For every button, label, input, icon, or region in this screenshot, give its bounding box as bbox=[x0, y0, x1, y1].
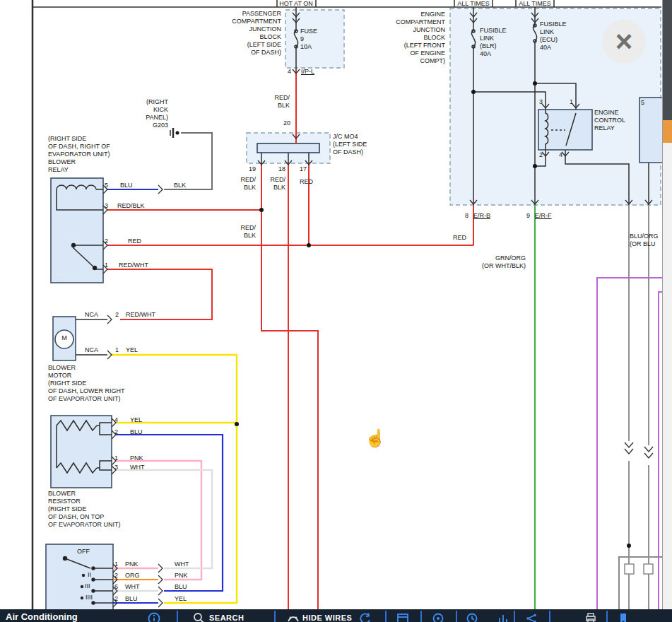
jc-mo4-label: J/C MO4 (LEFT SIDE OF DASH) bbox=[333, 133, 367, 156]
ecr-pin-3: 3 bbox=[536, 98, 543, 106]
scrollbar[interactable] bbox=[662, 0, 672, 622]
switch-pos-iii: III bbox=[85, 582, 90, 590]
record-circle-icon[interactable] bbox=[431, 611, 445, 622]
wire-label-blu: BLU bbox=[120, 182, 133, 189]
switch-stub-blu: BLU bbox=[125, 595, 138, 603]
circuit-ipl-label: I/P-L bbox=[301, 68, 314, 76]
engine-junction-label: ENGINE COMPARTMENT JUNCTION BLOCK (LEFT … bbox=[379, 11, 445, 65]
resistor-pin-4: 4 bbox=[114, 416, 118, 424]
blower-relay-label: (RIGHT SIDE OF DASH, RIGHT OF EVAPORATOR… bbox=[48, 135, 110, 174]
toolbar-divider bbox=[177, 611, 178, 622]
circuit-erf-label: E/R-F bbox=[535, 212, 552, 220]
fuse-9-label: FUSE 9 10A bbox=[300, 28, 317, 51]
print-icon[interactable] bbox=[584, 611, 598, 622]
switch-pin-2: 2 bbox=[114, 572, 118, 580]
ecr-pin-4: 4 bbox=[555, 151, 562, 159]
pin-17-label: 17 bbox=[298, 165, 307, 173]
power-label-hot-at-on: HOT AT ON bbox=[274, 0, 318, 8]
pin-19-label: 19 bbox=[244, 165, 256, 173]
share-icon[interactable] bbox=[524, 611, 538, 622]
switch-off-label: OFF bbox=[77, 548, 90, 556]
wire-black-to-ground bbox=[164, 133, 212, 189]
toolbar-divider bbox=[549, 611, 550, 622]
diagram-canvas bbox=[0, 0, 672, 622]
wire-label-redblk-18: RED/ BLK bbox=[267, 176, 285, 192]
resistor-pin-2: 2 bbox=[114, 428, 118, 436]
pin-9-label: 9 bbox=[523, 212, 530, 220]
wires-gray bbox=[629, 205, 649, 557]
ecr-pin-2: 2 bbox=[536, 151, 543, 159]
motor-pin-2: 2 bbox=[115, 311, 119, 319]
switch-pos-ii: II bbox=[88, 571, 91, 579]
scrollbar-thumb[interactable] bbox=[663, 120, 672, 143]
pin-8-label: 8 bbox=[461, 212, 468, 220]
wire-label-redblk-below: RED/ BLK bbox=[232, 224, 256, 240]
wire-label-redblk-top: RED/ BLK bbox=[260, 94, 290, 110]
toolbar-divider bbox=[456, 611, 457, 622]
bookmark-icon[interactable] bbox=[616, 611, 630, 622]
window-icon[interactable] bbox=[396, 611, 410, 622]
wiring-diagram-viewer[interactable]: HOT AT ON ALL TIMES ALL TIMES PASSENGER … bbox=[0, 0, 672, 622]
toolbar-divider bbox=[606, 611, 608, 622]
wire-label-blu-resistor: BLU bbox=[130, 428, 143, 436]
info-icon[interactable] bbox=[147, 611, 161, 622]
pin-4-label: 4 bbox=[283, 68, 291, 76]
fusible-link-blr-label: FUSIBLE LINK (BLR) 40A bbox=[480, 27, 507, 58]
undo-icon[interactable] bbox=[358, 611, 372, 622]
wire-label-wht-switch: WHT bbox=[175, 561, 189, 568]
power-label-all-times-2: ALL TIMES bbox=[516, 0, 554, 8]
switch-stub-org: ORG bbox=[125, 572, 140, 580]
wire-label-red-mid: RED bbox=[453, 234, 466, 242]
fusible-link-ecu-label: FUSIBLE LINK (ECU) 40A bbox=[540, 20, 567, 52]
ground-g203-symbol bbox=[170, 128, 179, 138]
blower-motor-label: BLOWER MOTOR (RIGHT SIDE OF DASH, LOWER … bbox=[48, 364, 125, 403]
wire-label-yel-motor: YEL bbox=[126, 346, 138, 354]
bottom-toolbar: Air Conditioning SEARCH HIDE WIRES bbox=[0, 609, 672, 622]
mouse-cursor: ☝ bbox=[365, 428, 386, 448]
toolbar-divider bbox=[274, 611, 276, 622]
toolbar-divider bbox=[385, 611, 387, 622]
wire-label-redblk-relay: RED/BLK bbox=[117, 202, 145, 210]
power-label-all-times-1: ALL TIMES bbox=[454, 0, 493, 8]
switch-stub-pnk: PNK bbox=[125, 561, 138, 568]
clock-icon[interactable] bbox=[465, 611, 479, 622]
ecr-pin-1: 1 bbox=[566, 98, 573, 106]
wire-label-wht-resistor: WHT bbox=[130, 464, 145, 471]
close-button[interactable]: × bbox=[602, 20, 646, 64]
wire-label-grnorg: GRN/ORG (OR WHT/BLK) bbox=[459, 254, 526, 270]
circuit-erb-label: E/R-B bbox=[473, 212, 490, 220]
wire-label-red-relay: RED bbox=[128, 237, 141, 245]
jc-mo4-bus bbox=[257, 143, 319, 153]
search-button[interactable]: SEARCH bbox=[209, 614, 244, 622]
wire-label-red-17: RED bbox=[300, 178, 313, 186]
toolbar-title: Air Conditioning bbox=[6, 611, 78, 622]
blower-resistor-label: BLOWER RESISTOR (RIGHT SIDE OF DASH, ON … bbox=[48, 490, 121, 529]
blower-resistor-box bbox=[51, 416, 112, 488]
wire-label-pnk-switch: PNK bbox=[175, 572, 188, 580]
hide-wires-button[interactable]: HIDE WIRES bbox=[302, 614, 352, 622]
wire-label-redwht-motor: RED/WHT bbox=[126, 311, 155, 319]
search-icon[interactable] bbox=[192, 611, 206, 622]
relay-pin-2: 2 bbox=[105, 237, 108, 245]
motor-pin-1: 1 bbox=[115, 346, 119, 354]
motor-nca-1: NCA bbox=[85, 311, 98, 319]
wire-label-redwht-relay: RED/WHT bbox=[119, 262, 148, 269]
toolbar-divider bbox=[514, 611, 515, 622]
ground-g203-label: (RIGHT KICK PANEL) G203 bbox=[126, 98, 168, 129]
wire-label-redblk-19: RED/ BLK bbox=[232, 176, 256, 192]
switch-pin-2b: 2 bbox=[114, 595, 118, 603]
motor-nca-2: NCA bbox=[85, 346, 98, 354]
switch-pin-1: 1 bbox=[114, 561, 118, 568]
toolbar-divider bbox=[420, 611, 422, 622]
relay-pin-1: 1 bbox=[105, 262, 108, 269]
pin-18-label: 18 bbox=[277, 165, 285, 173]
resistor-pin-1: 1 bbox=[114, 454, 118, 462]
stats-bars-icon[interactable] bbox=[496, 611, 510, 622]
wire-label-blk: BLK bbox=[174, 182, 186, 189]
motor-m-symbol: M bbox=[59, 334, 69, 342]
scrollbar-track-dark bbox=[663, 0, 672, 120]
wire-label-pnk-resistor: PNK bbox=[130, 454, 143, 462]
switch-pos-iiii: IIII bbox=[86, 594, 93, 602]
hide-wires-icon[interactable] bbox=[286, 611, 300, 622]
pin-20-label: 20 bbox=[278, 119, 290, 127]
